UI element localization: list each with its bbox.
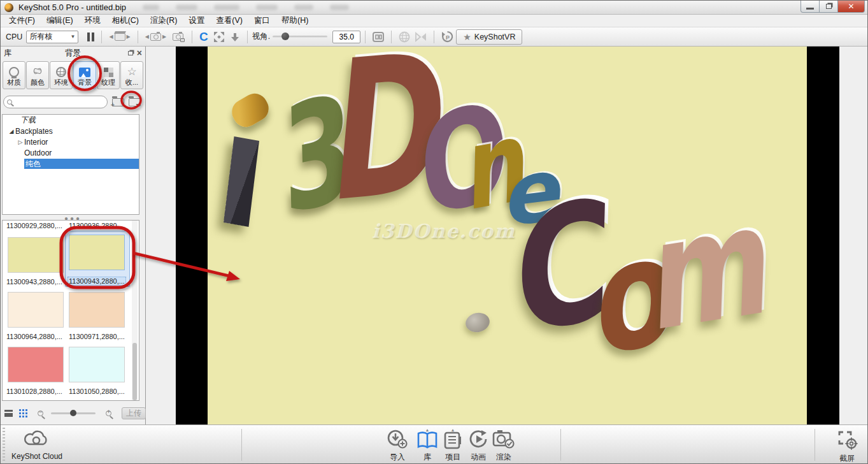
search-box[interactable]: [3, 96, 108, 108]
screenshot-label: 截屏: [830, 453, 864, 464]
thumb-size-slider-thumb[interactable]: [70, 410, 76, 416]
dock-project-button[interactable]: ▲ 项目: [439, 429, 467, 463]
thumbnail[interactable]: [69, 292, 125, 328]
thumb-label-partial: 11300936,2880,...: [69, 222, 125, 229]
thumbnail[interactable]: [8, 292, 64, 328]
tab-backplate[interactable]: 背景: [73, 61, 96, 89]
main-toolbar: CPU 所有核 ▼ ◀▶ ◀▶ C 视角.: [1, 27, 867, 47]
keyshot-cloud-button[interactable]: KeyShot Cloud: [8, 428, 66, 461]
menu-edit[interactable]: 编辑(E): [41, 14, 79, 27]
sphere-wire-icon: [399, 31, 410, 43]
import-folder-button[interactable]: ▼: [129, 98, 141, 106]
prev-camera-button[interactable]: ◀▶: [143, 29, 169, 45]
thumbnail[interactable]: [8, 237, 64, 273]
render-region-button[interactable]: [370, 29, 387, 45]
screenshot-button[interactable]: 截屏: [830, 428, 864, 464]
scrollbar-thumb[interactable]: [132, 343, 137, 400]
menu-camera[interactable]: 相机(C): [106, 14, 145, 27]
tab-material[interactable]: 材质: [3, 61, 25, 89]
cpu-cores-dropdown[interactable]: 所有核 ▼: [26, 31, 78, 43]
fov-slider[interactable]: [273, 36, 327, 38]
menu-help[interactable]: 帮助(H): [276, 14, 314, 27]
tab-color[interactable]: 颜色: [26, 61, 49, 89]
add-folder-button[interactable]: +: [112, 98, 124, 106]
list-view-button[interactable]: [4, 410, 13, 417]
tree-item-outdoor[interactable]: Outdoor: [3, 147, 139, 158]
thumbnail-label[interactable]: 11301050,2880,...: [69, 388, 125, 395]
prev-frame-button[interactable]: ◀▶: [106, 29, 132, 45]
tree-item-backplates[interactable]: ◢ Backplates: [3, 126, 139, 136]
network-render-icon: P: [441, 31, 453, 43]
network-render-button[interactable]: P: [439, 29, 456, 45]
cpu-cores-value: 所有核: [29, 31, 52, 42]
panel-close-icon[interactable]: ×: [137, 48, 142, 57]
tab-texture[interactable]: 纹理: [97, 61, 120, 89]
window-title: KeyShot 5.0 Pro - untitled.bip: [18, 3, 126, 12]
camera-lock-button[interactable]: [169, 29, 187, 45]
minimize-button[interactable]: [800, 1, 820, 13]
fullscreen-button[interactable]: [211, 29, 227, 45]
thumbnail[interactable]: [8, 347, 64, 382]
title-bar[interactable]: KeyShot 5.0 Pro - untitled.bip ✕: [1, 1, 867, 15]
flip-button[interactable]: [413, 29, 429, 45]
undock-icon[interactable]: [128, 51, 133, 55]
bottom-dock: KeyShot Cloud 导入 ▲ 库 ▲ 项目: [1, 424, 867, 464]
grid-scrollbar[interactable]: [132, 221, 138, 400]
close-button[interactable]: ✕: [838, 1, 865, 13]
tab-environment[interactable]: 环境: [50, 61, 73, 89]
dock-drag-handle[interactable]: [3, 428, 5, 462]
backplate-render[interactable]: 3 D O n e i3DOne.com C o m: [208, 47, 807, 424]
dock-animation-button[interactable]: 动画: [464, 429, 492, 463]
library-book-icon: [416, 431, 439, 449]
thumbnail[interactable]: [69, 347, 125, 382]
fov-input[interactable]: [332, 31, 360, 43]
refresh-icon: C: [199, 31, 208, 43]
grid-view-button[interactable]: [19, 409, 27, 417]
pause-button[interactable]: [85, 29, 97, 45]
thumbnail-label[interactable]: 11301028,2880,...: [6, 388, 62, 395]
restore-button[interactable]: [820, 1, 838, 13]
tree-item-interior[interactable]: ▷ Interior: [3, 136, 139, 147]
realtime-viewport[interactable]: 3 D O n e i3DOne.com C o m: [146, 47, 868, 424]
down-arrow-icon: [230, 32, 240, 42]
thumbnail-label[interactable]: 11300943,2880,...: [6, 278, 62, 286]
tree-item-solid-color[interactable]: 纯色: [3, 158, 139, 169]
animation-play-icon: [467, 429, 489, 449]
menu-file[interactable]: 文件(F): [3, 14, 41, 27]
dock-down-button[interactable]: [227, 29, 243, 45]
backplate-image-icon: [79, 68, 90, 77]
menu-view[interactable]: 查看(V): [210, 14, 248, 27]
zoom-in-button[interactable]: +: [106, 410, 111, 416]
expand-arrows-icon: [213, 31, 225, 43]
panel-dock-label: 库: [4, 48, 11, 59]
menu-settings[interactable]: 设置: [183, 14, 210, 27]
tree-group-downloads[interactable]: 下载: [3, 115, 139, 126]
fov-slider-thumb[interactable]: [281, 33, 289, 40]
tab-favorites[interactable]: ☆ 收...: [120, 61, 143, 89]
menu-environment[interactable]: 环境: [79, 14, 106, 27]
letter-period: [464, 310, 491, 334]
material-ball-button[interactable]: [396, 29, 413, 45]
thumbnail-label[interactable]: 11300971,2880,...: [69, 333, 125, 340]
expanded-triangle-icon[interactable]: ◢: [8, 128, 15, 134]
fov-label: 视角.: [252, 31, 270, 42]
thumbnail-label[interactable]: 11300964,2880,...: [6, 333, 62, 340]
app-icon: [4, 3, 13, 12]
upload-button[interactable]: 上传: [122, 407, 146, 419]
collapsed-triangle-icon[interactable]: ▷: [17, 139, 24, 145]
keyshotvr-button[interactable]: ★ KeyShotVR: [456, 29, 522, 45]
thumb-size-slider[interactable]: [51, 412, 96, 414]
search-input[interactable]: [15, 98, 97, 106]
dock-library-button[interactable]: ▲ 库: [413, 429, 441, 463]
zoom-out-button[interactable]: −: [38, 410, 43, 416]
menu-render[interactable]: 渲染(R): [145, 14, 183, 27]
dock-render-button[interactable]: 渲染: [490, 429, 518, 463]
thumbnail-selected[interactable]: [69, 235, 125, 270]
refresh-button[interactable]: C: [197, 29, 211, 45]
import-icon: [386, 429, 409, 449]
dock-import-button[interactable]: 导入: [383, 429, 411, 463]
thumbnail-label-selected[interactable]: 11300943,2880,...: [68, 277, 126, 286]
render-camera-icon: [492, 429, 515, 449]
animation-frame-icon: [115, 33, 125, 41]
menu-window[interactable]: 窗口: [248, 14, 276, 27]
